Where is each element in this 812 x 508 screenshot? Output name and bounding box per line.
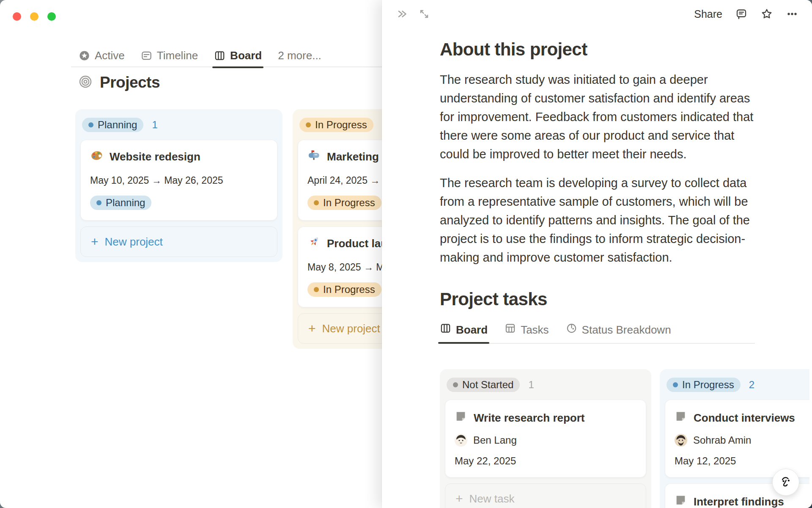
star-icon[interactable] — [760, 8, 773, 20]
new-task-button[interactable]: + New task — [445, 483, 646, 508]
card-title: Marketing c — [327, 150, 388, 163]
tab-label: Board — [230, 49, 262, 62]
palette-icon — [90, 149, 103, 165]
status-pie-icon — [566, 323, 577, 337]
target-icon — [79, 75, 92, 90]
card-title: Conduct interviews — [694, 411, 795, 425]
app-window: Active Timeline Board 2 more... Projects — [0, 0, 812, 508]
ellipsis-icon[interactable] — [786, 8, 798, 20]
note-icon — [675, 410, 687, 425]
peek-content: About this project The research study wa… — [440, 28, 755, 344]
card-title: Interpret findings — [694, 495, 784, 508]
status-dot — [453, 382, 458, 387]
new-project-button-planning[interactable]: + New project — [80, 226, 277, 257]
tab-more-views[interactable]: 2 more... — [278, 49, 321, 62]
status-dot — [88, 122, 93, 127]
task-card-conduct-interviews[interactable]: Conduct interviews Sohrab Amin May 12, 2… — [665, 400, 809, 478]
card-title: Write research report — [474, 411, 585, 425]
note-icon — [455, 410, 467, 425]
card-title: Website redesign — [110, 150, 200, 163]
avatar-sohrab-amin — [675, 434, 687, 447]
window-zoom-button[interactable] — [47, 12, 56, 21]
rocket-icon — [307, 235, 321, 251]
status-dot — [314, 200, 319, 205]
plus-icon: + — [455, 492, 463, 505]
status-pill-planning: Planning — [82, 118, 143, 132]
note-icon — [675, 494, 687, 508]
database-view-tabs: Active Timeline Board 2 more... — [79, 44, 321, 67]
project-card-website-redesign[interactable]: Website redesign May 10, 2025 → May 26, … — [80, 140, 277, 221]
column-planning: Planning 1 Website redesign May 10, 2025… — [75, 109, 283, 262]
about-paragraph-2: The research team is developing a survey… — [440, 174, 755, 267]
card-assignee: Sohrab Amin — [693, 434, 751, 446]
tab-active[interactable]: Active — [79, 49, 125, 62]
card-status-pill: In Progress — [307, 282, 381, 297]
timeline-icon — [141, 50, 152, 61]
column-count: 1 — [152, 119, 157, 131]
card-date: May 12, 2025 — [675, 455, 809, 467]
status-pill-not-started: Not Started — [447, 378, 520, 392]
project-tasks-heading: Project tasks — [440, 289, 755, 310]
tasks-board: Not Started 1 Write research report — [440, 369, 809, 508]
card-date-range: May 10, 2025 → May 26, 2025 — [90, 175, 268, 186]
tab-label: Timeline — [157, 49, 198, 62]
column-header[interactable]: In Progress 2 — [665, 374, 809, 394]
notion-ai-face-icon — [776, 472, 796, 493]
tab-status-breakdown[interactable]: Status Breakdown — [566, 323, 671, 337]
comment-icon[interactable] — [735, 8, 748, 20]
status-dot — [306, 122, 311, 127]
tasks-view-tabs: Board Tasks Status Breakdown — [440, 323, 755, 344]
status-dot — [96, 200, 102, 205]
star-circle-icon — [79, 50, 90, 61]
page-title-row: Projects — [79, 74, 160, 91]
tab-tasks-table[interactable]: Tasks — [505, 323, 549, 337]
card-assignee: Ben Lang — [473, 434, 517, 446]
side-peek-panel: Share About this project The research st… — [382, 0, 812, 508]
column-count: 2 — [749, 379, 754, 391]
avatar-ben-lang — [455, 434, 467, 447]
plus-icon: + — [308, 322, 316, 335]
status-pill-in-progress: In Progress — [667, 378, 741, 392]
status-dot — [673, 382, 678, 387]
column-header[interactable]: Planning 1 — [80, 114, 277, 134]
mailbox-icon — [307, 149, 321, 165]
tab-board[interactable]: Board — [214, 49, 262, 62]
window-minimize-button[interactable] — [30, 12, 38, 21]
about-paragraph-1: The research study was initiated to gain… — [440, 70, 755, 163]
tab-label: 2 more... — [278, 49, 321, 62]
card-status-pill: In Progress — [307, 196, 381, 210]
board-columns-icon — [214, 50, 225, 61]
status-pill-in-progress: In Progress — [299, 118, 373, 132]
column-header[interactable]: Not Started 1 — [445, 374, 646, 394]
card-date: May 22, 2025 — [455, 455, 636, 467]
status-dot — [314, 287, 319, 292]
card-status-pill: Planning — [90, 196, 151, 210]
column-not-started: Not Started 1 Write research report — [440, 369, 651, 508]
tab-tasks-board[interactable]: Board — [440, 323, 488, 337]
share-button[interactable]: Share — [694, 8, 722, 20]
ai-assistant-button[interactable] — [772, 469, 799, 496]
plus-icon: + — [91, 235, 99, 248]
peek-toolbar: Share — [382, 0, 812, 28]
task-card-write-research-report[interactable]: Write research report Ben Lang May 22, 2… — [445, 400, 646, 478]
column-count: 1 — [528, 379, 534, 391]
expand-diagonal-icon[interactable] — [418, 8, 430, 20]
about-heading: About this project — [440, 39, 755, 60]
page-title: Projects — [100, 74, 160, 91]
board-columns-icon — [440, 323, 451, 337]
double-chevron-right-icon[interactable] — [396, 8, 408, 20]
tab-label: Active — [95, 49, 125, 62]
tab-timeline[interactable]: Timeline — [141, 49, 198, 62]
table-icon — [505, 323, 516, 337]
window-close-button[interactable] — [13, 12, 21, 21]
